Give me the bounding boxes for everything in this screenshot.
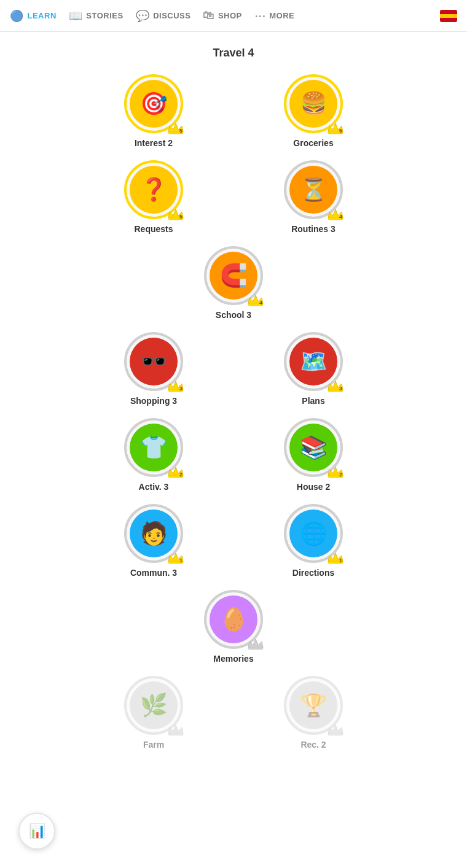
nav-learn-label: LEARN bbox=[28, 11, 57, 20]
crown-commun3: 1 bbox=[167, 551, 184, 564]
crown-groceries: 5 bbox=[327, 121, 344, 134]
skill-circle-wrap-plans: 🗺️ 3 bbox=[284, 332, 343, 391]
skill-groceries[interactable]: 🍔 5 Groceries bbox=[240, 74, 387, 148]
svg-rect-11 bbox=[248, 647, 263, 649]
crown-directions: 1 bbox=[327, 551, 344, 564]
crown-rec2 bbox=[327, 723, 344, 736]
skill-circle-wrap-house2: 📚 2 bbox=[284, 418, 343, 477]
crown-icon-memories bbox=[247, 637, 264, 650]
skill-label-activ3: Activ. 3 bbox=[139, 482, 169, 492]
crown-routines3: 4 bbox=[327, 207, 344, 220]
crown-icon-farm bbox=[167, 723, 184, 736]
crown-interest2: 5 bbox=[167, 121, 184, 134]
skill-farm[interactable]: 🌿 Farm bbox=[80, 676, 227, 750]
skill-label-shopping3: Shopping 3 bbox=[130, 396, 177, 406]
skill-circle-wrap-rec2: 🏆 bbox=[284, 676, 343, 735]
navigation: 🔵 LEARN 📖 STORIES 💬 DISCUSS 🛍 SHOP ⋯ MOR… bbox=[0, 0, 467, 32]
skill-circle-wrap-memories: 🥚 bbox=[204, 590, 263, 649]
skill-directions[interactable]: 🌐 1 Directions bbox=[240, 504, 387, 578]
skill-rec2[interactable]: 🏆 Rec. 2 bbox=[240, 676, 387, 750]
skill-label-plans: Plans bbox=[302, 396, 324, 406]
crown-requests: 5 bbox=[167, 207, 184, 220]
skills-row-5: 👕 2 Activ. 3 📚 bbox=[80, 418, 387, 492]
nav-learn[interactable]: 🔵 LEARN bbox=[10, 9, 57, 23]
fab-icon: 📊 bbox=[29, 823, 45, 839]
skill-requests[interactable]: ❓ 5 Requests bbox=[80, 160, 227, 234]
skill-house2[interactable]: 📚 2 House 2 bbox=[240, 418, 387, 492]
skill-circle-wrap-commun3: 🧑 1 bbox=[124, 504, 183, 563]
skill-label-rec2: Rec. 2 bbox=[300, 740, 326, 750]
skill-label-requests: Requests bbox=[134, 224, 173, 234]
skill-label-groceries: Groceries bbox=[293, 138, 333, 148]
crown-house2: 2 bbox=[327, 465, 344, 478]
skills-row-1: 🎯 5 Interest 2 🍔 bbox=[80, 74, 387, 148]
skills-row-6: 🧑 1 Commun. 3 🌐 bbox=[80, 504, 387, 578]
skill-label-routines3: Routines 3 bbox=[291, 224, 336, 234]
crown-school3: 4 bbox=[247, 293, 264, 306]
skill-school3[interactable]: 🧲 4 School 3 bbox=[172, 246, 295, 320]
skill-label-memories: Memories bbox=[213, 654, 253, 664]
nav-more[interactable]: ⋯ MORE bbox=[254, 9, 295, 23]
skills-row-8: 🌿 Farm 🏆 bbox=[80, 676, 387, 750]
skill-circle-wrap-shopping3: 🕶️ 3 bbox=[124, 332, 183, 391]
skill-label-commun3: Commun. 3 bbox=[130, 568, 177, 578]
skill-label-interest2: Interest 2 bbox=[135, 138, 173, 148]
nav-discuss-label: DISCUSS bbox=[153, 11, 190, 20]
discuss-icon: 💬 bbox=[136, 9, 150, 23]
nav-more-label: MORE bbox=[269, 11, 294, 20]
skill-circle-wrap-school3: 🧲 4 bbox=[204, 246, 263, 305]
skills-row-7: 🥚 Memories bbox=[172, 590, 295, 664]
skill-plans[interactable]: 🗺️ 3 Plans bbox=[240, 332, 387, 406]
skill-label-house2: House 2 bbox=[297, 482, 330, 492]
skills-row-4: 🕶️ 3 Shopping 3 🗺️ bbox=[80, 332, 387, 406]
skill-circle-wrap-groceries: 🍔 5 bbox=[284, 74, 343, 133]
crown-activ3: 2 bbox=[167, 465, 184, 478]
nav-discuss[interactable]: 💬 DISCUSS bbox=[136, 9, 191, 23]
skill-label-directions: Directions bbox=[292, 568, 334, 578]
crown-plans: 3 bbox=[327, 379, 344, 392]
skill-shopping3[interactable]: 🕶️ 3 Shopping 3 bbox=[80, 332, 227, 406]
skill-circle-wrap-farm: 🌿 bbox=[124, 676, 183, 735]
skills-row-3: 🧲 4 School 3 bbox=[172, 246, 295, 320]
skill-label-farm: Farm bbox=[143, 740, 164, 750]
stories-icon: 📖 bbox=[69, 9, 83, 23]
nav-shop-label: SHOP bbox=[218, 11, 242, 20]
nav-stories[interactable]: 📖 STORIES bbox=[69, 9, 124, 23]
skill-circle-wrap-requests: ❓ 5 bbox=[124, 160, 183, 219]
skill-circle-wrap-activ3: 👕 2 bbox=[124, 418, 183, 477]
crown-memories bbox=[247, 637, 264, 650]
crown-farm bbox=[167, 723, 184, 736]
fab-button[interactable]: 📊 bbox=[18, 813, 55, 850]
skill-circle-wrap-directions: 🌐 1 bbox=[284, 504, 343, 563]
skill-memories[interactable]: 🥚 Memories bbox=[172, 590, 295, 664]
skill-activ3[interactable]: 👕 2 Activ. 3 bbox=[80, 418, 227, 492]
skill-circle-wrap-routines3: ⏳ 4 bbox=[284, 160, 343, 219]
crown-shopping3: 3 bbox=[167, 379, 184, 392]
crown-icon-rec2 bbox=[327, 723, 344, 736]
main-content: Travel 4 🎯 5 Interest 2 🍔 bbox=[0, 32, 467, 786]
shop-icon: 🛍 bbox=[203, 9, 214, 22]
learn-icon: 🔵 bbox=[10, 9, 24, 23]
svg-rect-13 bbox=[328, 733, 343, 735]
section-title: Travel 4 bbox=[10, 47, 457, 60]
more-icon: ⋯ bbox=[254, 9, 266, 23]
skill-circle-wrap-interest2: 🎯 5 bbox=[124, 74, 183, 133]
skill-commun3[interactable]: 🧑 1 Commun. 3 bbox=[80, 504, 227, 578]
skill-label-school3: School 3 bbox=[216, 310, 251, 320]
skills-row-2: ❓ 5 Requests ⏳ bbox=[80, 160, 387, 234]
skill-interest2[interactable]: 🎯 5 Interest 2 bbox=[80, 74, 227, 148]
nav-shop[interactable]: 🛍 SHOP bbox=[203, 9, 241, 22]
skill-routines3[interactable]: ⏳ 4 Routines 3 bbox=[240, 160, 387, 234]
language-flag[interactable] bbox=[440, 10, 457, 22]
svg-rect-12 bbox=[168, 733, 183, 735]
nav-stories-label: STORIES bbox=[86, 11, 123, 20]
